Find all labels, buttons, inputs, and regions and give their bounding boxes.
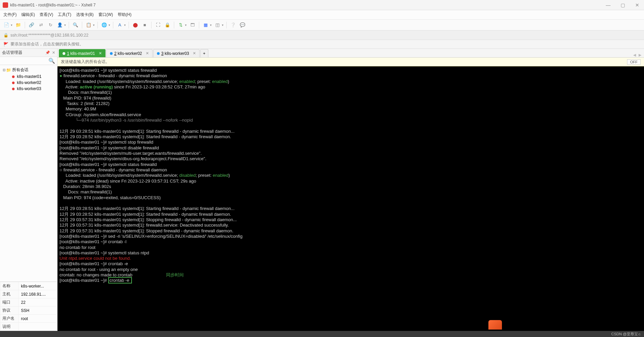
stop-icon[interactable]: ■	[141, 21, 148, 29]
csdn-badge-icon	[488, 320, 502, 330]
tab-next-icon[interactable]: ▶	[639, 53, 641, 57]
tab-label: 1 k8s-master01	[67, 51, 95, 56]
broadcast-banner: 发送键盘输入的所有会话。 OFF	[58, 58, 644, 66]
transfer-icon[interactable]: ⇅	[177, 21, 184, 29]
session-icon: ⬣	[11, 74, 16, 79]
profile-icon[interactable]: 👤	[56, 21, 64, 29]
prop-user-value: root	[19, 315, 57, 323]
toolbar: 📄▾ 📁 🔗 ⇄ ↻ 👤▾ 🔍 📋▾ 🌐▾ A▾ ⬤ ■ ⛶ 🔒 ⇅▾ 🗔 ▦▾…	[0, 20, 644, 30]
clear-icon[interactable]: 🗔	[189, 21, 196, 29]
watermark: CSDN @至尊宝♫	[611, 332, 641, 337]
tabs-row: 1 k8s-master01 ✕ 2 k8s-worker02 ✕ 3 k8s-…	[58, 49, 644, 58]
tab-add-button[interactable]: +	[200, 49, 208, 57]
minimize-button[interactable]: —	[604, 2, 613, 8]
prop-user-label: 用户名	[0, 315, 19, 323]
session-item-master01[interactable]: ⬣ k8s-master01	[1, 73, 56, 80]
globe-icon[interactable]: 🌐	[100, 21, 108, 29]
tab-close-icon[interactable]: ✕	[146, 51, 149, 56]
grid-icon[interactable]: ▦	[202, 21, 209, 29]
session-properties: 名称k8s-worker... 主机192.168.91.... 端口22 协议…	[0, 281, 57, 331]
session-manager-header: 会话管理器 📌 ✕	[0, 49, 57, 57]
link-icon[interactable]: 🔗	[28, 21, 35, 29]
menu-edit[interactable]: 编辑(E)	[21, 12, 35, 18]
session-item-worker02[interactable]: ⬣ k8s-worker02	[1, 80, 56, 86]
prop-name-value: k8s-worker...	[19, 282, 57, 290]
menu-view[interactable]: 查看(V)	[40, 12, 53, 18]
status-dot-icon	[110, 52, 113, 55]
tree-root[interactable]: ⊟ 📁 所有会话	[1, 66, 56, 73]
menu-help[interactable]: 帮助(H)	[118, 12, 132, 18]
search-icon: 🔍	[48, 58, 55, 64]
prop-host-label: 主机	[0, 290, 19, 298]
layout-icon[interactable]: ◫	[214, 21, 221, 29]
title-bar: k8s-master01 - root@k8s-master01:~ - Xsh…	[0, 0, 644, 10]
prop-port-value: 22	[19, 298, 57, 307]
window-title: k8s-master01 - root@k8s-master01:~ - Xsh…	[10, 3, 96, 7]
prop-proto-value: SSH	[19, 307, 57, 315]
menu-window[interactable]: 窗口(W)	[98, 12, 113, 18]
prop-desc-label: 说明	[0, 323, 19, 331]
banner-off-button[interactable]: OFF	[627, 59, 641, 65]
folder-icon: 📁	[6, 68, 11, 72]
banner-text: 发送键盘输入的所有会话。	[61, 59, 110, 65]
tab-label: 2 k8s-worker02	[114, 51, 142, 56]
fullscreen-icon[interactable]: ⛶	[154, 21, 162, 29]
tab-master01[interactable]: 1 k8s-master01 ✕	[59, 49, 106, 57]
menu-bar: 文件(F) 编辑(E) 查看(V) 工具(T) 选项卡(B) 窗口(W) 帮助(…	[0, 10, 644, 20]
disconnect-icon[interactable]: ⇄	[37, 21, 45, 29]
close-button[interactable]: ✕	[633, 2, 641, 8]
prop-desc-value	[19, 323, 57, 331]
prop-port-label: 端口	[0, 298, 19, 307]
info-tip: 要添加当前会话，点击左侧的箭头按钮。	[10, 41, 84, 47]
new-session-icon[interactable]: 📄	[3, 21, 10, 29]
address-url[interactable]: ssh://root:**************@192.168.91.100…	[10, 33, 88, 38]
info-bar: 🚩 要添加当前会话，点击左侧的箭头按钮。	[0, 40, 644, 49]
session-label: k8s-master01	[17, 74, 42, 79]
tab-worker02[interactable]: 2 k8s-worker02 ✕	[106, 49, 153, 57]
reconnect-icon[interactable]: ↻	[47, 21, 54, 29]
status-dot-icon	[157, 52, 160, 55]
status-bar: CSDN @至尊宝♫	[0, 331, 644, 337]
session-item-worker03[interactable]: ⬣ k8s-worker03	[1, 86, 56, 92]
menu-file[interactable]: 文件(F)	[3, 12, 17, 18]
tree-root-label: 所有会话	[12, 67, 28, 73]
session-label: k8s-worker02	[17, 80, 41, 85]
tab-label: 3 k8s-worker03	[161, 51, 189, 56]
lock-icon[interactable]: 🔒	[164, 21, 171, 29]
copy-icon[interactable]: 📋	[85, 21, 92, 29]
menu-tabs[interactable]: 选项卡(B)	[76, 12, 94, 18]
session-icon: ⬣	[11, 86, 16, 91]
tab-worker03[interactable]: 3 k8s-worker03 ✕	[153, 49, 200, 57]
open-icon[interactable]: 📁	[15, 21, 22, 29]
record-icon[interactable]: ⬤	[132, 21, 139, 29]
prop-proto-label: 协议	[0, 307, 19, 315]
tab-close-icon[interactable]: ✕	[99, 51, 102, 56]
annotation-label: 同步时间	[166, 272, 184, 277]
prop-host-value: 192.168.91....	[19, 290, 57, 298]
session-manager-title: 会话管理器	[2, 50, 22, 56]
session-search[interactable]: 🔍	[0, 57, 57, 65]
search-icon[interactable]: 🔍	[72, 21, 79, 29]
menu-tools[interactable]: 工具(T)	[58, 12, 71, 18]
status-dot-icon	[63, 52, 65, 55]
collapse-icon[interactable]: ⊟	[3, 68, 5, 72]
cursor-input[interactable]: crontab -e	[108, 277, 132, 283]
chat-icon[interactable]: 💬	[239, 21, 246, 29]
panel-close-icon[interactable]: ✕	[52, 50, 55, 55]
session-manager: 会话管理器 📌 ✕ 🔍 ⊟ 📁 所有会话 ⬣ k8s-master01 ⬣ k8…	[0, 49, 58, 331]
session-label: k8s-worker03	[17, 86, 41, 91]
terminal[interactable]: [root@k8s-master01 ~]# systemctl status …	[58, 66, 644, 331]
session-icon: ⬣	[11, 80, 16, 85]
pin-icon[interactable]: 📌	[45, 50, 50, 55]
app-icon	[3, 2, 8, 8]
tab-close-icon[interactable]: ✕	[193, 51, 196, 56]
help-icon[interactable]: ❔	[229, 21, 237, 29]
prop-name-label: 名称	[0, 282, 19, 290]
maximize-button[interactable]: ▢	[619, 2, 627, 8]
address-bar: 🔒 ssh://root:**************@192.168.91.1…	[0, 30, 644, 40]
address-lock-icon: 🔒	[3, 33, 8, 38]
font-icon[interactable]: A	[116, 21, 123, 29]
tab-prev-icon[interactable]: ◀	[633, 53, 636, 57]
flag-icon: 🚩	[3, 42, 8, 47]
session-tree: ⊟ 📁 所有会话 ⬣ k8s-master01 ⬣ k8s-worker02 ⬣…	[0, 65, 57, 281]
